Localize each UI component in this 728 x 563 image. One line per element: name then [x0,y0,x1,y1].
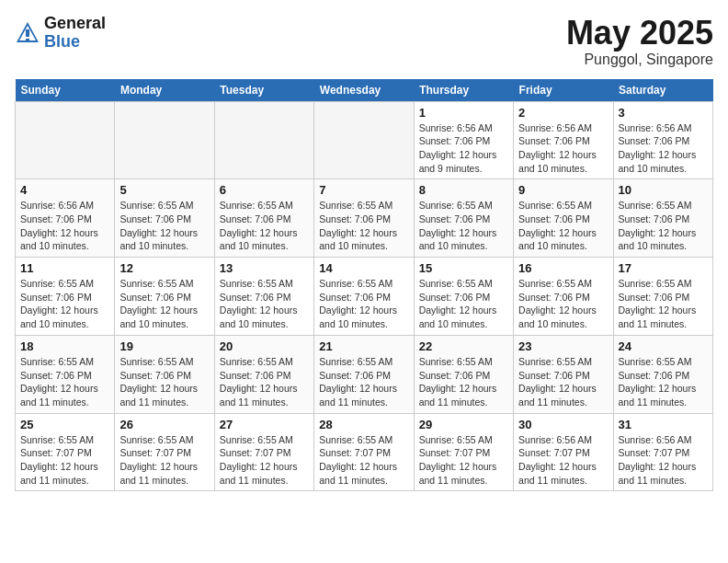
header-thursday: Thursday [414,79,513,102]
day-number: 18 [20,339,109,353]
day-cell: 15Sunrise: 6:55 AM Sunset: 7:06 PM Dayli… [414,258,513,336]
day-info: Sunrise: 6:55 AM Sunset: 7:06 PM Dayligh… [319,199,408,253]
day-number: 20 [220,339,309,353]
header-wednesday: Wednesday [314,79,414,102]
day-number: 17 [619,261,708,275]
day-number: 8 [419,183,508,197]
day-cell: 14Sunrise: 6:55 AM Sunset: 7:06 PM Dayli… [314,258,414,336]
day-cell: 8Sunrise: 6:55 AM Sunset: 7:06 PM Daylig… [414,179,513,258]
day-info: Sunrise: 6:55 AM Sunset: 7:06 PM Dayligh… [619,199,708,253]
day-cell: 13Sunrise: 6:55 AM Sunset: 7:06 PM Dayli… [214,258,313,336]
day-cell: 3Sunrise: 6:56 AM Sunset: 7:06 PM Daylig… [613,101,712,179]
day-number: 1 [419,106,508,120]
day-cell: 24Sunrise: 6:55 AM Sunset: 7:06 PM Dayli… [613,335,712,413]
day-number: 26 [119,418,209,431]
day-info: Sunrise: 6:55 AM Sunset: 7:06 PM Dayligh… [419,199,508,253]
day-cell: 26Sunrise: 6:55 AM Sunset: 7:07 PM Dayli… [115,413,214,491]
title-block: May 2025 Punggol, Singapore [566,15,713,68]
day-info: Sunrise: 6:55 AM Sunset: 7:06 PM Dayligh… [20,277,109,331]
day-number: 10 [619,183,708,197]
day-number: 6 [220,183,309,197]
day-number: 5 [119,183,209,197]
day-number: 15 [419,261,508,275]
day-info: Sunrise: 6:56 AM Sunset: 7:07 PM Dayligh… [518,433,608,488]
day-cell [214,101,313,179]
day-number: 12 [119,261,209,275]
day-cell: 12Sunrise: 6:55 AM Sunset: 7:06 PM Dayli… [115,258,214,336]
day-cell: 7Sunrise: 6:55 AM Sunset: 7:06 PM Daylig… [314,179,414,258]
day-info: Sunrise: 6:56 AM Sunset: 7:06 PM Dayligh… [518,121,608,176]
day-number: 14 [319,261,408,275]
day-cell: 30Sunrise: 6:56 AM Sunset: 7:07 PM Dayli… [514,413,613,491]
day-number: 22 [419,339,508,353]
month-title: May 2025 [566,15,713,52]
day-info: Sunrise: 6:55 AM Sunset: 7:06 PM Dayligh… [419,355,508,409]
week-row-2: 4Sunrise: 6:56 AM Sunset: 7:06 PM Daylig… [16,179,713,258]
day-cell: 10Sunrise: 6:55 AM Sunset: 7:06 PM Dayli… [613,179,712,258]
week-row-3: 11Sunrise: 6:55 AM Sunset: 7:06 PM Dayli… [16,258,713,336]
logo-text: General Blue [44,15,106,52]
location-text: Punggol, Singapore [566,52,713,68]
page-header: General Blue May 2025 Punggol, Singapore [15,15,713,68]
day-info: Sunrise: 6:55 AM Sunset: 7:07 PM Dayligh… [319,433,408,488]
svg-rect-2 [26,29,29,37]
day-cell: 21Sunrise: 6:55 AM Sunset: 7:06 PM Dayli… [314,335,414,413]
day-number: 24 [619,339,708,353]
day-cell: 28Sunrise: 6:55 AM Sunset: 7:07 PM Dayli… [314,413,414,491]
day-cell: 27Sunrise: 6:55 AM Sunset: 7:07 PM Dayli… [214,413,313,491]
day-cell: 1Sunrise: 6:56 AM Sunset: 7:06 PM Daylig… [414,101,513,179]
day-number: 27 [220,418,309,431]
day-number: 3 [619,106,708,120]
day-cell: 19Sunrise: 6:55 AM Sunset: 7:06 PM Dayli… [115,335,214,413]
day-info: Sunrise: 6:55 AM Sunset: 7:06 PM Dayligh… [518,277,608,331]
day-cell: 4Sunrise: 6:56 AM Sunset: 7:06 PM Daylig… [16,179,115,258]
day-info: Sunrise: 6:56 AM Sunset: 7:06 PM Dayligh… [619,121,708,176]
header-monday: Monday [115,79,214,102]
day-info: Sunrise: 6:55 AM Sunset: 7:06 PM Dayligh… [220,277,309,331]
day-info: Sunrise: 6:55 AM Sunset: 7:06 PM Dayligh… [20,355,109,409]
header-saturday: Saturday [613,79,712,102]
day-info: Sunrise: 6:55 AM Sunset: 7:07 PM Dayligh… [220,433,309,488]
header-tuesday: Tuesday [214,79,313,102]
day-cell: 9Sunrise: 6:55 AM Sunset: 7:06 PM Daylig… [514,179,613,258]
logo-blue-text: Blue [44,33,106,52]
day-info: Sunrise: 6:56 AM Sunset: 7:07 PM Dayligh… [619,433,708,488]
header-friday: Friday [514,79,613,102]
header-sunday: Sunday [16,79,115,102]
day-cell [115,101,214,179]
day-number: 29 [419,418,508,431]
logo-general-text: General [44,15,106,33]
day-number: 23 [518,339,608,353]
day-number: 28 [319,418,408,431]
day-number: 31 [619,418,708,431]
day-number: 2 [518,106,608,120]
day-info: Sunrise: 6:55 AM Sunset: 7:06 PM Dayligh… [419,277,508,331]
week-row-1: 1Sunrise: 6:56 AM Sunset: 7:06 PM Daylig… [16,101,713,179]
day-info: Sunrise: 6:55 AM Sunset: 7:06 PM Dayligh… [619,355,708,409]
day-info: Sunrise: 6:55 AM Sunset: 7:07 PM Dayligh… [419,433,508,488]
day-info: Sunrise: 6:55 AM Sunset: 7:07 PM Dayligh… [119,433,209,488]
day-number: 21 [319,339,408,353]
day-info: Sunrise: 6:55 AM Sunset: 7:06 PM Dayligh… [319,277,408,331]
day-info: Sunrise: 6:55 AM Sunset: 7:06 PM Dayligh… [119,199,209,253]
day-cell: 16Sunrise: 6:55 AM Sunset: 7:06 PM Dayli… [514,258,613,336]
calendar-table: SundayMondayTuesdayWednesdayThursdayFrid… [15,79,713,492]
day-cell: 18Sunrise: 6:55 AM Sunset: 7:06 PM Dayli… [16,335,115,413]
day-info: Sunrise: 6:55 AM Sunset: 7:06 PM Dayligh… [220,355,309,409]
day-info: Sunrise: 6:55 AM Sunset: 7:06 PM Dayligh… [518,199,608,253]
day-number: 7 [319,183,408,197]
day-cell: 5Sunrise: 6:55 AM Sunset: 7:06 PM Daylig… [115,179,214,258]
day-cell [16,101,115,179]
day-cell: 20Sunrise: 6:55 AM Sunset: 7:06 PM Dayli… [214,335,313,413]
week-row-5: 25Sunrise: 6:55 AM Sunset: 7:07 PM Dayli… [16,413,713,491]
day-cell: 31Sunrise: 6:56 AM Sunset: 7:07 PM Dayli… [613,413,712,491]
day-cell: 29Sunrise: 6:55 AM Sunset: 7:07 PM Dayli… [414,413,513,491]
logo: General Blue [15,15,106,52]
day-number: 25 [20,418,109,431]
day-info: Sunrise: 6:55 AM Sunset: 7:06 PM Dayligh… [220,199,309,253]
day-number: 4 [20,183,109,197]
day-cell: 22Sunrise: 6:55 AM Sunset: 7:06 PM Dayli… [414,335,513,413]
day-number: 19 [119,339,209,353]
day-cell: 23Sunrise: 6:55 AM Sunset: 7:06 PM Dayli… [514,335,613,413]
svg-rect-3 [26,39,29,40]
